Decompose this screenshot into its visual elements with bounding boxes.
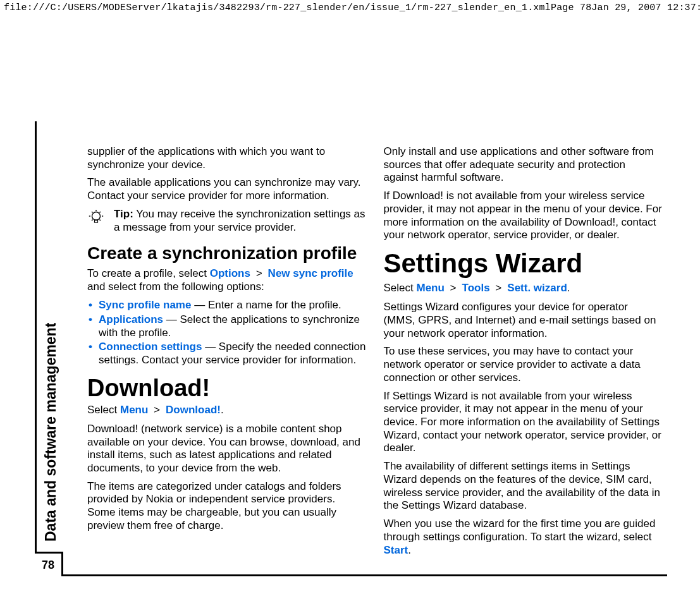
menu-path-item: Tools (462, 282, 490, 294)
paragraph: Only install and use applications and ot… (384, 145, 663, 185)
list-item: Connection settings — Specify the needed… (87, 341, 366, 367)
paragraph: Select Menu > Tools > Sett. wizard. (384, 282, 663, 296)
heading-download: Download! (87, 373, 366, 403)
paragraph: When you use the wizard for the first ti… (384, 518, 663, 557)
menu-path-item: New sync profile (268, 267, 353, 279)
tip-body-text: You may receive the synchronization sett… (114, 208, 365, 233)
section-side-title: Data and software management (40, 123, 59, 540)
list-item: Sync profile name — Enter a name for the… (87, 299, 366, 312)
text: . (567, 282, 570, 294)
menu-path-item: Options (210, 267, 250, 279)
list-item: Applications — Select the applications t… (87, 313, 366, 339)
menu-path-item: Start (384, 544, 408, 556)
options-list: Sync profile name — Enter a name for the… (87, 299, 366, 367)
option-desc: — Enter a name for the profile. (191, 299, 341, 311)
page-indicator: Page 78 (551, 3, 591, 13)
file-path: file:///C:/USERS/MODEServer/lkatajis/348… (4, 3, 551, 13)
svg-line-6 (99, 212, 101, 213)
paragraph: If Settings Wizard is not available from… (384, 390, 663, 456)
paragraph: To create a profile, select Options > Ne… (87, 267, 366, 294)
svg-line-7 (92, 219, 93, 221)
section-side-title-text: Data and software management (42, 323, 59, 542)
content-frame: Data and software management 78 supplier… (35, 121, 667, 576)
paragraph: If Download! is not available from your … (384, 190, 663, 242)
text: To create a profile, select (87, 267, 210, 279)
chevron-right-icon: > (151, 404, 163, 416)
text: Select (384, 282, 417, 294)
text: . (408, 544, 411, 556)
tip-block: Tip: You may receive the synchronization… (87, 208, 366, 234)
heading-settings-wizard: Settings Wizard (384, 247, 663, 279)
heading-sync-profile: Create a synchronization profile (87, 243, 366, 264)
chevron-right-icon: > (254, 268, 265, 280)
menu-path-item: Menu (416, 282, 444, 294)
print-datetime: Jan 29, 2007 12:37:36 PM (591, 3, 700, 13)
paragraph: Select Menu > Download!. (87, 404, 366, 418)
column-right: Only install and use applications and ot… (384, 145, 663, 567)
column-left: supplier of the applications with which … (87, 145, 366, 567)
tip-text: Tip: You may receive the synchronization… (114, 208, 366, 234)
option-label: Sync profile name (99, 299, 191, 311)
chevron-right-icon: > (493, 282, 504, 294)
paragraph: To use these services, you may have to c… (384, 345, 663, 384)
option-label: Connection settings (99, 341, 202, 353)
tip-label: Tip: (114, 208, 133, 220)
paragraph: supplier of the applications with which … (87, 145, 366, 171)
paragraph: Settings Wizard configures your device f… (384, 301, 663, 340)
text: Select (87, 404, 120, 416)
page: file:///C:/USERS/MODEServer/lkatajis/348… (0, 0, 700, 594)
chevron-right-icon: > (448, 282, 459, 294)
paragraph: The availability of different settings i… (384, 460, 663, 512)
menu-path-item: Sett. wizard (507, 282, 567, 294)
paragraph: Download! (network service) is a mobile … (87, 423, 366, 475)
page-number: 78 (35, 552, 63, 576)
menu-path-item: Download! (166, 404, 221, 416)
svg-line-8 (99, 219, 101, 221)
text: and select from the following options: (87, 281, 264, 293)
menu-path-item: Menu (120, 404, 148, 416)
svg-line-5 (92, 212, 93, 213)
option-label: Applications (99, 313, 163, 325)
text: When you use the wizard for the first ti… (384, 518, 656, 543)
paragraph: The items are categorized under catalogs… (87, 480, 366, 533)
paragraph: The available applications you can synch… (87, 176, 366, 202)
body-columns: supplier of the applications with which … (87, 145, 662, 567)
svg-point-0 (92, 212, 101, 220)
text: . (221, 404, 224, 416)
lightbulb-icon (87, 208, 105, 234)
print-header: file:///C:/USERS/MODEServer/lkatajis/348… (0, 0, 700, 13)
